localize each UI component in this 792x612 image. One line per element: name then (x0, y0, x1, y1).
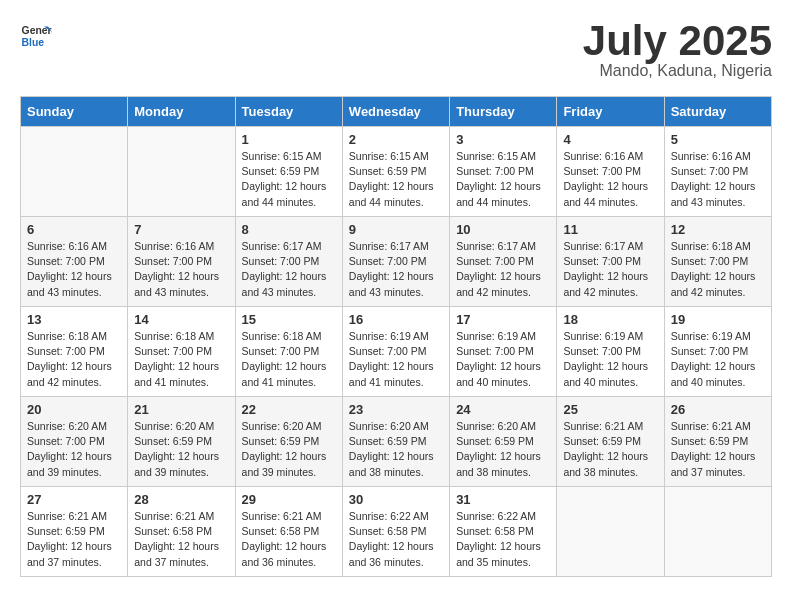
day-info: Sunrise: 6:17 AM Sunset: 7:00 PM Dayligh… (456, 239, 550, 300)
day-number: 13 (27, 312, 121, 327)
day-info: Sunrise: 6:16 AM Sunset: 7:00 PM Dayligh… (27, 239, 121, 300)
calendar-cell: 4Sunrise: 6:16 AM Sunset: 7:00 PM Daylig… (557, 127, 664, 217)
day-number: 11 (563, 222, 657, 237)
day-info: Sunrise: 6:21 AM Sunset: 6:58 PM Dayligh… (242, 509, 336, 570)
day-number: 26 (671, 402, 765, 417)
day-info: Sunrise: 6:20 AM Sunset: 6:59 PM Dayligh… (456, 419, 550, 480)
calendar-cell: 9Sunrise: 6:17 AM Sunset: 7:00 PM Daylig… (342, 217, 449, 307)
calendar-cell: 21Sunrise: 6:20 AM Sunset: 6:59 PM Dayli… (128, 397, 235, 487)
day-number: 15 (242, 312, 336, 327)
day-info: Sunrise: 6:20 AM Sunset: 6:59 PM Dayligh… (242, 419, 336, 480)
day-number: 5 (671, 132, 765, 147)
day-info: Sunrise: 6:19 AM Sunset: 7:00 PM Dayligh… (349, 329, 443, 390)
day-number: 8 (242, 222, 336, 237)
day-number: 16 (349, 312, 443, 327)
calendar-week-row: 13Sunrise: 6:18 AM Sunset: 7:00 PM Dayli… (21, 307, 772, 397)
calendar-cell: 1Sunrise: 6:15 AM Sunset: 6:59 PM Daylig… (235, 127, 342, 217)
day-info: Sunrise: 6:21 AM Sunset: 6:58 PM Dayligh… (134, 509, 228, 570)
day-number: 12 (671, 222, 765, 237)
calendar-cell (557, 487, 664, 577)
day-info: Sunrise: 6:19 AM Sunset: 7:00 PM Dayligh… (671, 329, 765, 390)
logo-icon: General Blue (20, 20, 52, 52)
calendar-table: SundayMondayTuesdayWednesdayThursdayFrid… (20, 96, 772, 577)
page-header: General Blue July 2025 Mando, Kaduna, Ni… (20, 20, 772, 80)
calendar-cell: 20Sunrise: 6:20 AM Sunset: 7:00 PM Dayli… (21, 397, 128, 487)
svg-text:Blue: Blue (22, 37, 45, 48)
day-info: Sunrise: 6:16 AM Sunset: 7:00 PM Dayligh… (671, 149, 765, 210)
day-info: Sunrise: 6:15 AM Sunset: 6:59 PM Dayligh… (242, 149, 336, 210)
day-number: 3 (456, 132, 550, 147)
day-number: 24 (456, 402, 550, 417)
calendar-cell: 15Sunrise: 6:18 AM Sunset: 7:00 PM Dayli… (235, 307, 342, 397)
day-info: Sunrise: 6:20 AM Sunset: 6:59 PM Dayligh… (134, 419, 228, 480)
calendar-cell: 12Sunrise: 6:18 AM Sunset: 7:00 PM Dayli… (664, 217, 771, 307)
calendar-cell (128, 127, 235, 217)
col-header-saturday: Saturday (664, 97, 771, 127)
calendar-cell (664, 487, 771, 577)
calendar-cell: 2Sunrise: 6:15 AM Sunset: 6:59 PM Daylig… (342, 127, 449, 217)
calendar-cell: 26Sunrise: 6:21 AM Sunset: 6:59 PM Dayli… (664, 397, 771, 487)
day-number: 9 (349, 222, 443, 237)
calendar-cell: 23Sunrise: 6:20 AM Sunset: 6:59 PM Dayli… (342, 397, 449, 487)
col-header-tuesday: Tuesday (235, 97, 342, 127)
day-info: Sunrise: 6:22 AM Sunset: 6:58 PM Dayligh… (349, 509, 443, 570)
day-info: Sunrise: 6:21 AM Sunset: 6:59 PM Dayligh… (563, 419, 657, 480)
calendar-cell (21, 127, 128, 217)
calendar-cell: 5Sunrise: 6:16 AM Sunset: 7:00 PM Daylig… (664, 127, 771, 217)
col-header-sunday: Sunday (21, 97, 128, 127)
calendar-cell: 18Sunrise: 6:19 AM Sunset: 7:00 PM Dayli… (557, 307, 664, 397)
calendar-cell: 7Sunrise: 6:16 AM Sunset: 7:00 PM Daylig… (128, 217, 235, 307)
day-info: Sunrise: 6:15 AM Sunset: 6:59 PM Dayligh… (349, 149, 443, 210)
calendar-week-row: 6Sunrise: 6:16 AM Sunset: 7:00 PM Daylig… (21, 217, 772, 307)
day-info: Sunrise: 6:16 AM Sunset: 7:00 PM Dayligh… (563, 149, 657, 210)
calendar-cell: 29Sunrise: 6:21 AM Sunset: 6:58 PM Dayli… (235, 487, 342, 577)
calendar-cell: 25Sunrise: 6:21 AM Sunset: 6:59 PM Dayli… (557, 397, 664, 487)
day-number: 29 (242, 492, 336, 507)
col-header-thursday: Thursday (450, 97, 557, 127)
day-number: 27 (27, 492, 121, 507)
calendar-cell: 27Sunrise: 6:21 AM Sunset: 6:59 PM Dayli… (21, 487, 128, 577)
calendar-week-row: 1Sunrise: 6:15 AM Sunset: 6:59 PM Daylig… (21, 127, 772, 217)
day-info: Sunrise: 6:20 AM Sunset: 6:59 PM Dayligh… (349, 419, 443, 480)
day-number: 14 (134, 312, 228, 327)
calendar-cell: 8Sunrise: 6:17 AM Sunset: 7:00 PM Daylig… (235, 217, 342, 307)
day-number: 25 (563, 402, 657, 417)
day-info: Sunrise: 6:18 AM Sunset: 7:00 PM Dayligh… (134, 329, 228, 390)
logo: General Blue (20, 20, 52, 52)
day-info: Sunrise: 6:19 AM Sunset: 7:00 PM Dayligh… (456, 329, 550, 390)
calendar-cell: 6Sunrise: 6:16 AM Sunset: 7:00 PM Daylig… (21, 217, 128, 307)
calendar-cell: 17Sunrise: 6:19 AM Sunset: 7:00 PM Dayli… (450, 307, 557, 397)
calendar-cell: 28Sunrise: 6:21 AM Sunset: 6:58 PM Dayli… (128, 487, 235, 577)
calendar-cell: 10Sunrise: 6:17 AM Sunset: 7:00 PM Dayli… (450, 217, 557, 307)
day-info: Sunrise: 6:21 AM Sunset: 6:59 PM Dayligh… (671, 419, 765, 480)
calendar-cell: 14Sunrise: 6:18 AM Sunset: 7:00 PM Dayli… (128, 307, 235, 397)
day-number: 19 (671, 312, 765, 327)
calendar-cell: 11Sunrise: 6:17 AM Sunset: 7:00 PM Dayli… (557, 217, 664, 307)
day-info: Sunrise: 6:15 AM Sunset: 7:00 PM Dayligh… (456, 149, 550, 210)
day-info: Sunrise: 6:17 AM Sunset: 7:00 PM Dayligh… (349, 239, 443, 300)
day-info: Sunrise: 6:18 AM Sunset: 7:00 PM Dayligh… (27, 329, 121, 390)
day-number: 2 (349, 132, 443, 147)
location-subtitle: Mando, Kaduna, Nigeria (583, 62, 772, 80)
day-number: 10 (456, 222, 550, 237)
day-number: 23 (349, 402, 443, 417)
day-number: 1 (242, 132, 336, 147)
month-title: July 2025 (583, 20, 772, 62)
day-number: 28 (134, 492, 228, 507)
day-info: Sunrise: 6:16 AM Sunset: 7:00 PM Dayligh… (134, 239, 228, 300)
day-number: 6 (27, 222, 121, 237)
day-info: Sunrise: 6:18 AM Sunset: 7:00 PM Dayligh… (671, 239, 765, 300)
day-number: 31 (456, 492, 550, 507)
day-number: 22 (242, 402, 336, 417)
day-number: 21 (134, 402, 228, 417)
calendar-cell: 13Sunrise: 6:18 AM Sunset: 7:00 PM Dayli… (21, 307, 128, 397)
day-info: Sunrise: 6:20 AM Sunset: 7:00 PM Dayligh… (27, 419, 121, 480)
day-info: Sunrise: 6:18 AM Sunset: 7:00 PM Dayligh… (242, 329, 336, 390)
day-number: 18 (563, 312, 657, 327)
day-info: Sunrise: 6:17 AM Sunset: 7:00 PM Dayligh… (563, 239, 657, 300)
day-number: 30 (349, 492, 443, 507)
calendar-cell: 19Sunrise: 6:19 AM Sunset: 7:00 PM Dayli… (664, 307, 771, 397)
day-number: 7 (134, 222, 228, 237)
day-number: 4 (563, 132, 657, 147)
calendar-cell: 24Sunrise: 6:20 AM Sunset: 6:59 PM Dayli… (450, 397, 557, 487)
